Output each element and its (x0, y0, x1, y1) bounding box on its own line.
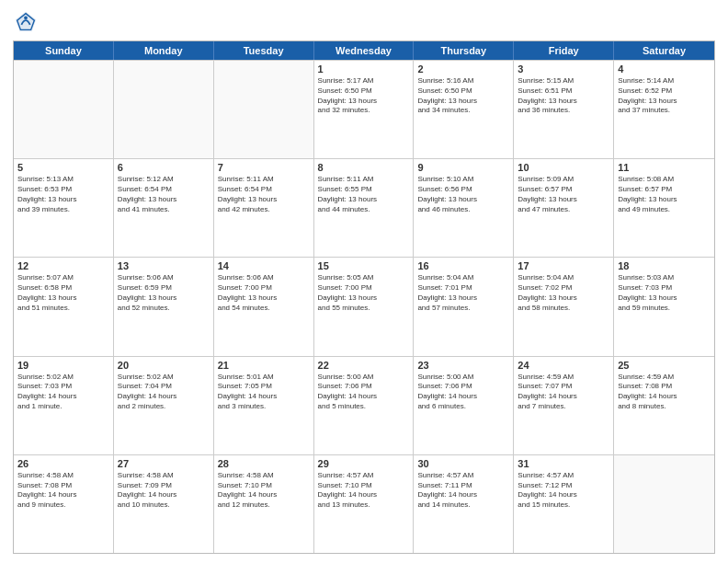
day-number: 16 (417, 260, 509, 271)
day-cell-30: 30Sunrise: 4:57 AM Sunset: 7:11 PM Dayli… (414, 455, 514, 553)
logo-icon (13, 9, 39, 35)
day-number: 28 (218, 458, 310, 469)
day-cell-17: 17Sunrise: 5:04 AM Sunset: 7:02 PM Dayli… (514, 258, 614, 355)
weekday-header-monday: Monday (114, 41, 214, 60)
day-cell-18: 18Sunrise: 5:03 AM Sunset: 7:03 PM Dayli… (614, 258, 714, 355)
day-number: 21 (218, 360, 310, 371)
calendar: SundayMondayTuesdayWednesdayThursdayFrid… (13, 40, 715, 554)
logo (13, 9, 42, 35)
empty-cell (14, 61, 114, 158)
day-info: Sunrise: 5:03 AM Sunset: 7:03 PM Dayligh… (618, 273, 711, 313)
day-number: 8 (318, 162, 410, 173)
day-info: Sunrise: 5:00 AM Sunset: 7:06 PM Dayligh… (318, 373, 410, 412)
day-number: 26 (17, 458, 109, 469)
empty-cell (114, 61, 214, 158)
day-cell-2: 2Sunrise: 5:16 AM Sunset: 6:50 PM Daylig… (414, 61, 514, 158)
day-info: Sunrise: 5:08 AM Sunset: 6:57 PM Dayligh… (618, 175, 711, 214)
day-info: Sunrise: 4:57 AM Sunset: 7:12 PM Dayligh… (518, 471, 609, 511)
calendar-header: SundayMondayTuesdayWednesdayThursdayFrid… (14, 41, 714, 60)
svg-marker-0 (16, 12, 36, 31)
day-info: Sunrise: 5:06 AM Sunset: 6:59 PM Dayligh… (118, 273, 210, 313)
empty-cell (214, 61, 314, 158)
day-number: 15 (318, 260, 410, 271)
page: SundayMondayTuesdayWednesdayThursdayFrid… (0, 0, 728, 563)
day-cell-27: 27Sunrise: 4:58 AM Sunset: 7:09 PM Dayli… (114, 455, 214, 553)
day-info: Sunrise: 5:15 AM Sunset: 6:51 PM Dayligh… (518, 76, 609, 116)
day-number: 22 (318, 360, 410, 371)
day-number: 23 (417, 360, 509, 371)
day-info: Sunrise: 5:14 AM Sunset: 6:52 PM Dayligh… (618, 76, 711, 116)
day-number: 2 (417, 63, 509, 75)
day-info: Sunrise: 5:05 AM Sunset: 7:00 PM Dayligh… (318, 273, 410, 313)
day-cell-3: 3Sunrise: 5:15 AM Sunset: 6:51 PM Daylig… (514, 61, 614, 158)
day-number: 1 (318, 63, 410, 75)
day-info: Sunrise: 4:58 AM Sunset: 7:09 PM Dayligh… (118, 471, 210, 511)
day-cell-15: 15Sunrise: 5:05 AM Sunset: 7:00 PM Dayli… (314, 258, 415, 355)
day-number: 11 (618, 162, 711, 173)
day-cell-8: 8Sunrise: 5:11 AM Sunset: 6:55 PM Daylig… (314, 159, 415, 257)
day-cell-24: 24Sunrise: 4:59 AM Sunset: 7:07 PM Dayli… (514, 357, 614, 454)
day-info: Sunrise: 5:11 AM Sunset: 6:55 PM Dayligh… (318, 175, 410, 214)
calendar-row-2: 5Sunrise: 5:13 AM Sunset: 6:53 PM Daylig… (14, 158, 714, 257)
day-number: 3 (518, 63, 609, 75)
day-cell-19: 19Sunrise: 5:02 AM Sunset: 7:03 PM Dayli… (14, 357, 114, 454)
weekday-header-friday: Friday (514, 41, 614, 60)
day-number: 25 (618, 360, 711, 371)
day-info: Sunrise: 5:00 AM Sunset: 7:06 PM Dayligh… (417, 373, 509, 412)
day-info: Sunrise: 4:59 AM Sunset: 7:08 PM Dayligh… (618, 373, 711, 412)
calendar-row-1: 1Sunrise: 5:17 AM Sunset: 6:50 PM Daylig… (14, 60, 714, 158)
day-cell-31: 31Sunrise: 4:57 AM Sunset: 7:12 PM Dayli… (514, 455, 614, 553)
day-cell-11: 11Sunrise: 5:08 AM Sunset: 6:57 PM Dayli… (614, 159, 714, 257)
weekday-header-saturday: Saturday (614, 41, 714, 60)
weekday-header-sunday: Sunday (14, 41, 114, 60)
day-cell-1: 1Sunrise: 5:17 AM Sunset: 6:50 PM Daylig… (314, 61, 415, 158)
day-cell-28: 28Sunrise: 4:58 AM Sunset: 7:10 PM Dayli… (214, 455, 314, 553)
day-info: Sunrise: 5:01 AM Sunset: 7:05 PM Dayligh… (218, 373, 310, 412)
day-info: Sunrise: 5:17 AM Sunset: 6:50 PM Dayligh… (318, 76, 410, 116)
day-info: Sunrise: 5:07 AM Sunset: 6:58 PM Dayligh… (17, 273, 109, 313)
day-number: 9 (417, 162, 509, 173)
day-info: Sunrise: 5:04 AM Sunset: 7:01 PM Dayligh… (417, 273, 509, 313)
day-number: 4 (618, 63, 711, 75)
calendar-row-3: 12Sunrise: 5:07 AM Sunset: 6:58 PM Dayli… (14, 257, 714, 355)
day-cell-4: 4Sunrise: 5:14 AM Sunset: 6:52 PM Daylig… (614, 61, 714, 158)
day-number: 18 (618, 260, 711, 271)
day-number: 29 (318, 458, 410, 469)
day-info: Sunrise: 5:11 AM Sunset: 6:54 PM Dayligh… (218, 175, 310, 214)
day-cell-12: 12Sunrise: 5:07 AM Sunset: 6:58 PM Dayli… (14, 258, 114, 355)
calendar-row-4: 19Sunrise: 5:02 AM Sunset: 7:03 PM Dayli… (14, 356, 714, 454)
day-info: Sunrise: 4:58 AM Sunset: 7:08 PM Dayligh… (17, 471, 109, 511)
day-number: 17 (518, 260, 609, 271)
day-number: 5 (17, 162, 109, 173)
empty-cell (614, 455, 714, 553)
weekday-header-thursday: Thursday (414, 41, 514, 60)
day-cell-14: 14Sunrise: 5:06 AM Sunset: 7:00 PM Dayli… (214, 258, 314, 355)
day-info: Sunrise: 5:02 AM Sunset: 7:04 PM Dayligh… (118, 373, 210, 412)
day-info: Sunrise: 4:57 AM Sunset: 7:11 PM Dayligh… (417, 471, 509, 511)
day-number: 20 (118, 360, 210, 371)
day-cell-26: 26Sunrise: 4:58 AM Sunset: 7:08 PM Dayli… (14, 455, 114, 553)
day-cell-7: 7Sunrise: 5:11 AM Sunset: 6:54 PM Daylig… (214, 159, 314, 257)
day-cell-23: 23Sunrise: 5:00 AM Sunset: 7:06 PM Dayli… (414, 357, 514, 454)
svg-point-2 (24, 16, 28, 19)
weekday-header-wednesday: Wednesday (314, 41, 415, 60)
day-number: 30 (417, 458, 509, 469)
day-cell-9: 9Sunrise: 5:10 AM Sunset: 6:56 PM Daylig… (414, 159, 514, 257)
day-info: Sunrise: 5:09 AM Sunset: 6:57 PM Dayligh… (518, 175, 609, 214)
day-info: Sunrise: 5:10 AM Sunset: 6:56 PM Dayligh… (417, 175, 509, 214)
day-number: 14 (218, 260, 310, 271)
day-cell-22: 22Sunrise: 5:00 AM Sunset: 7:06 PM Dayli… (314, 357, 415, 454)
day-number: 6 (118, 162, 210, 173)
day-number: 12 (17, 260, 109, 271)
day-number: 7 (218, 162, 310, 173)
day-info: Sunrise: 5:16 AM Sunset: 6:50 PM Dayligh… (417, 76, 509, 116)
day-info: Sunrise: 5:13 AM Sunset: 6:53 PM Dayligh… (17, 175, 109, 214)
day-number: 31 (518, 458, 609, 469)
day-info: Sunrise: 5:12 AM Sunset: 6:54 PM Dayligh… (118, 175, 210, 214)
header (13, 9, 715, 35)
day-cell-10: 10Sunrise: 5:09 AM Sunset: 6:57 PM Dayli… (514, 159, 614, 257)
day-info: Sunrise: 4:57 AM Sunset: 7:10 PM Dayligh… (318, 471, 410, 511)
calendar-row-5: 26Sunrise: 4:58 AM Sunset: 7:08 PM Dayli… (14, 454, 714, 553)
day-cell-6: 6Sunrise: 5:12 AM Sunset: 6:54 PM Daylig… (114, 159, 214, 257)
calendar-body: 1Sunrise: 5:17 AM Sunset: 6:50 PM Daylig… (14, 60, 714, 553)
